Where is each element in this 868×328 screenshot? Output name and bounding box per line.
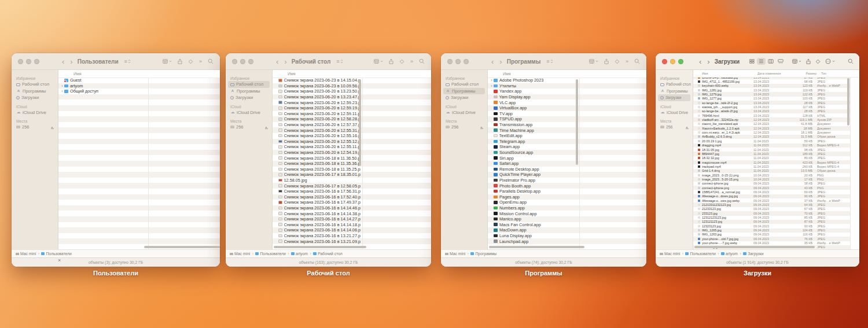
forward-button[interactable]: › xyxy=(704,58,712,65)
file-row[interactable]: IMG_1281.jpg13.04.2023119 КБJPEG xyxy=(693,88,851,92)
close-icon[interactable] xyxy=(447,59,453,64)
file-row[interactable]: ›Guest xyxy=(58,78,220,83)
file-row[interactable]: ›TextEdit.app xyxy=(488,133,646,139)
file-row[interactable]: ›Снимок экрана 2023-06-17 в 18.35.01.pr xyxy=(273,172,431,178)
file-row[interactable]: ›Снимок экрана 2023-06-16 в 14.14.38.pr xyxy=(273,211,431,216)
finder-window-applications[interactable]: ‹ › Программы ≡ » ИзбранноеРабочий столП… xyxy=(441,53,646,267)
file-row[interactable]: ›Снимок экрана 2023-06-17 в 12.58.05.pr xyxy=(273,183,431,189)
search-icon[interactable] xyxy=(848,58,854,64)
sidebar-item[interactable]: Программы xyxy=(443,88,485,95)
file-row[interactable]: your-phone-...-7.jpg.webp09.04.202335 КБ… xyxy=(693,241,851,245)
file-row[interactable]: 1588147241...a_normal.jpg09.04.202369 КБ… xyxy=(693,190,851,194)
file-row[interactable]: ›Pages.app xyxy=(488,194,646,200)
minimize-icon[interactable] xyxy=(26,59,31,64)
close-icon[interactable] xyxy=(18,59,23,64)
file-row[interactable]: connect-iphone.png09.04.202343 КБPNG xyxy=(693,186,851,190)
forward-button[interactable]: › xyxy=(281,58,289,65)
breadcrumb-item[interactable]: Пользователи› xyxy=(255,252,290,256)
breadcrumb-item[interactable]: Mac mini› xyxy=(16,252,40,256)
file-row[interactable]: ›Снимок экрана 2023-06-20 в 12.57.37.pr xyxy=(273,122,431,128)
tag-icon[interactable] xyxy=(399,59,404,64)
file-row[interactable]: ›Снимок экрана 2023-06-20 в 12.54.19.pr xyxy=(273,150,431,156)
finder-window-downloads[interactable]: ‹ › Загрузки ИзбранноеРабочий столПрогра… xyxy=(656,53,859,267)
file-row[interactable]: 8894447.jpg11.04.2023189 КБJPEG xyxy=(693,152,851,156)
tag-icon[interactable] xyxy=(615,59,620,64)
forward-button[interactable]: › xyxy=(67,58,75,65)
vertical-scrollbar[interactable] xyxy=(359,79,361,166)
list-sort-button[interactable]: ≡ xyxy=(336,58,343,64)
more-toolbar-button[interactable]: » xyxy=(199,58,202,64)
view-switcher[interactable] xyxy=(748,58,785,65)
file-row[interactable]: ›Adobe Photoshop 2023 xyxy=(488,78,646,83)
file-row[interactable]: ›Launchpad.app xyxy=(488,238,646,244)
sidebar-item[interactable]: Рабочий стол xyxy=(443,81,485,88)
sidebar-item[interactable]: Загрузки xyxy=(658,94,690,101)
file-row[interactable]: IMG_4711_1...4852199.jpg13.04.202368 КБJ… xyxy=(693,79,851,83)
file-row[interactable]: ›Macs Fan Control.app xyxy=(488,222,646,227)
file-row[interactable]: Xiaomi+Earbuds_1.2.0.apk12.04.202318 МБД… xyxy=(693,126,851,130)
file-row[interactable]: ›Photo Booth.app xyxy=(488,183,646,189)
sidebar-item[interactable]: Рабочий стол xyxy=(14,81,56,88)
file-row[interactable]: ›Снимок экрана 2023-06-16 в 14.14.18.pr xyxy=(273,222,431,227)
group-button[interactable] xyxy=(792,59,801,64)
file-row[interactable]: ›Снимок экрана 2023-06-16 в 14.14.46.pr xyxy=(273,205,431,211)
expose-label-downloads[interactable]: Загрузки xyxy=(656,270,859,277)
breadcrumb-item[interactable]: Пользователи› xyxy=(685,252,720,256)
sidebar-item[interactable]: Рабочий стол xyxy=(228,81,270,88)
sidebar-item[interactable]: 256 xyxy=(658,124,690,131)
sidebar-item[interactable]: Рабочий стол xyxy=(658,81,690,88)
eject-icon[interactable] xyxy=(51,127,53,128)
file-row[interactable]: ›Safari.app xyxy=(488,161,646,167)
file-row[interactable]: ›Снимок экрана 2023-06-16 в 14.14.27.pr xyxy=(273,216,431,222)
file-row[interactable]: 12312123123.jpg09.04.202385 КБJPEG xyxy=(693,215,851,219)
file-row[interactable]: ›Снимок экрана 2023-06-16 в 17.49.37.pr xyxy=(273,200,431,205)
titlebar[interactable]: ‹ › Загрузки xyxy=(656,53,859,70)
forward-button[interactable]: › xyxy=(496,58,505,65)
share-button[interactable] xyxy=(389,58,393,64)
sidebar-item[interactable]: Загрузки xyxy=(443,94,485,101)
vertical-scrollbar[interactable] xyxy=(847,78,849,126)
gallery-view-button[interactable] xyxy=(776,58,785,65)
titlebar[interactable]: ‹ › Программы ≡ » xyxy=(441,53,646,70)
list-sort-button[interactable]: ≡ xyxy=(124,58,131,64)
action-menu-button[interactable] xyxy=(825,58,835,64)
column-header[interactable]: Имя xyxy=(273,70,431,78)
file-row[interactable]: ›MacDown.app xyxy=(488,227,646,233)
file-row[interactable]: ›12.58.05.jpg xyxy=(273,178,431,183)
file-row[interactable]: ›Siri.app xyxy=(488,155,646,161)
zoom-icon[interactable] xyxy=(34,59,39,64)
file-row[interactable]: ›Снимок экрана 2023-06-20 в 12.59.23.p xyxy=(273,99,431,105)
close-icon[interactable] xyxy=(662,59,667,64)
file-row[interactable]: ›Снимок экрана 2023-06-18 в 11.35.36.pr xyxy=(273,161,431,167)
file-row[interactable]: vladikoff-arc...322402a.zip12.04.2023119… xyxy=(693,117,851,121)
file-row[interactable]: ›Manico.app xyxy=(488,216,646,222)
breadcrumb-item[interactable]: Mac mini› xyxy=(445,252,469,256)
file-row[interactable]: ›Снимок экрана 2023-06-20 в 12.55.11.pr xyxy=(273,144,431,150)
file-row[interactable]: ›Mission Control.app xyxy=(488,211,646,216)
share-button[interactable] xyxy=(604,58,609,64)
back-button[interactable]: ‹ xyxy=(59,58,67,65)
close-icon[interactable] xyxy=(232,59,237,64)
breadcrumb-item[interactable]: Пользователи› xyxy=(41,252,71,256)
file-row[interactable]: ›TSPUD.app xyxy=(488,116,646,122)
search-icon[interactable] xyxy=(419,58,425,64)
sidebar-item[interactable]: iCloud Drive xyxy=(14,109,56,116)
file-row[interactable]: ›Снимок экрана 2023-06-20 в 12.55.12.pr xyxy=(273,139,431,145)
group-button[interactable] xyxy=(163,59,172,64)
sidebar-item[interactable]: 256 xyxy=(228,124,270,131)
breadcrumb-item[interactable]: Программы› xyxy=(470,252,496,256)
file-row[interactable]: ›Снимок экрана 2023-06-20 в 12.55.31.pr xyxy=(273,127,431,133)
list-view-button[interactable] xyxy=(757,58,766,65)
file-row[interactable]: ›Снимок экрана 2023-06-20 в 12.58.28.p xyxy=(273,116,431,122)
sidebar-item[interactable]: 256 xyxy=(14,124,56,131)
file-row[interactable]: 20.03.19 1.jpg11.04.202359 КБJPEG xyxy=(693,139,851,143)
file-row[interactable]: image_2023...0-15 (1).png10.04.202320 КБ… xyxy=(693,173,851,177)
icon-view-button[interactable] xyxy=(748,58,756,65)
sidebar-item[interactable]: iCloud Drive xyxy=(228,109,270,116)
file-row[interactable]: IMG_1279.jpg13.04.2023122 КБJPEG xyxy=(693,92,851,96)
finder-window-desktop[interactable]: ‹ › Рабочий стол ≡ » ИзбранноеРабочий ст… xyxy=(226,53,431,267)
file-row[interactable]: ›OpenEmu.app xyxy=(488,200,646,205)
more-toolbar-button[interactable]: » xyxy=(626,58,628,64)
eject-icon[interactable] xyxy=(686,127,688,128)
column-header[interactable]: Имя xyxy=(58,70,220,78)
